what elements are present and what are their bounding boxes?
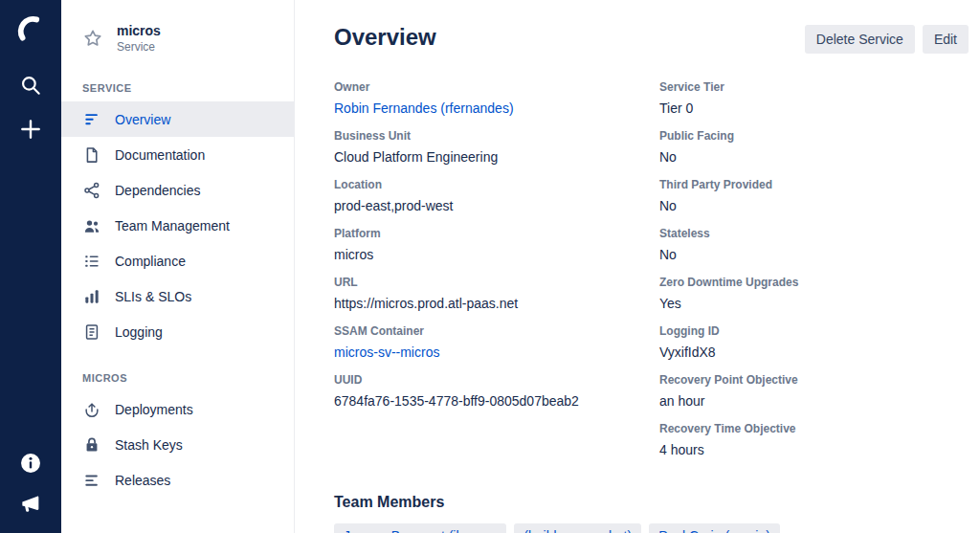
page-actions: Delete Service Edit [805,23,969,54]
owner-link[interactable]: Robin Fernandes (rfernandes) [334,100,659,117]
field-service-tier: Service Tier Tier 0 [659,80,969,117]
field-label: UUID [334,373,659,387]
field-zero-downtime-upgrades: Zero Downtime Upgrades Yes [659,276,969,312]
dependencies-icon [82,181,101,200]
field-location: Location prod-east,prod-west [334,178,659,214]
sidebar-item-dependencies[interactable]: Dependencies [61,172,294,208]
sidebar-item-documentation[interactable]: Documentation [61,137,294,172]
field-recovery-time-objective: Recovery Time Objective 4 hours [659,422,969,458]
field-label: URL [334,276,659,289]
sidebar-item-team-management[interactable]: Team Management [61,208,294,243]
fields-right-column: Service Tier Tier 0 Public Facing No Thi… [659,80,969,471]
checklist-icon [82,252,101,271]
field-stateless: Stateless No [659,227,969,263]
field-public-facing: Public Facing No [659,129,969,166]
field-uuid: UUID 6784fa76-1535-4778-bff9-0805d07beab… [334,373,659,410]
team-member-link[interactable]: Paul Craig (pcraig) [649,523,780,533]
sidebar-item-label: Team Management [115,218,230,233]
megaphone-icon[interactable] [18,491,43,516]
field-business-unit: Business Unit Cloud Platform Engineering [334,129,659,166]
deploy-icon [82,400,101,419]
search-icon[interactable] [18,73,43,98]
field-third-party-provided: Third Party Provided No [659,178,969,214]
star-icon[interactable] [82,28,103,49]
field-value: No [659,198,969,214]
fields-left-column: Owner Robin Fernandes (rfernandes) Busin… [334,80,659,471]
document-icon [82,145,101,165]
sidebar-item-label: Stash Keys [115,437,183,453]
field-value: prod-east,prod-west [334,198,659,214]
field-label: Public Facing [659,129,969,143]
bar-chart-icon [82,287,101,306]
releases-icon [82,471,101,490]
log-icon [82,322,101,342]
field-logging-id: Logging ID VyxifIdX8 [659,324,969,361]
field-label: Zero Downtime Upgrades [659,276,969,289]
section-header-service: SERVICE [61,82,294,94]
field-label: Recovery Point Objective [659,373,969,387]
team-member-link[interactable]: Jeremy Baumont (jbaumo [334,523,506,533]
service-fields: Owner Robin Fernandes (rfernandes) Busin… [334,80,969,471]
service-title-block: micros Service [117,23,161,54]
field-value: VyxifIdX8 [659,344,969,361]
sidebar-item-label: Dependencies [115,183,201,198]
field-recovery-point-objective: Recovery Point Objective an hour [659,373,969,410]
ssam-container-link[interactable]: micros-sv--micros [334,344,659,361]
sidebar-item-label: SLIs & SLOs [115,289,191,304]
info-icon[interactable] [18,451,43,476]
field-label: Stateless [659,227,969,240]
field-ssam-container: SSAM Container micros-sv--micros [334,324,659,361]
people-icon [82,216,101,235]
field-owner: Owner Robin Fernandes (rfernandes) [334,80,659,117]
brand-logo-icon[interactable] [13,11,48,46]
field-label: Logging ID [659,324,969,338]
team-members-list: Jeremy Baumont (jbaumo (buildeng-sox-bot… [334,523,969,533]
field-label: Recovery Time Objective [659,422,969,435]
sidebar-item-label: Documentation [115,147,205,163]
field-value: 6784fa76-1535-4778-bff9-0805d07beab2 [334,393,659,410]
team-member-link[interactable]: (buildeng-sox-bot) [514,523,641,533]
field-value: 4 hours [659,442,969,458]
field-platform: Platform micros [334,227,659,263]
field-label: Service Tier [659,80,969,94]
sidebar-item-releases[interactable]: Releases [61,462,294,498]
sidebar-item-slis-slos[interactable]: SLIs & SLOs [61,278,294,314]
delete-service-button[interactable]: Delete Service [805,25,915,54]
sidebar-item-label: Overview [115,112,170,127]
sidebar-item-deployments[interactable]: Deployments [61,391,294,427]
main-content: Overview Delete Service Edit Owner Robin… [295,0,980,533]
edit-button[interactable]: Edit [923,25,969,54]
field-value: Cloud Platform Engineering [334,149,659,166]
field-label: Owner [334,80,659,94]
sidebar-item-label: Releases [115,473,170,488]
main-header: Overview Delete Service Edit [334,23,969,54]
field-label: Location [334,178,659,191]
sidebar-item-label: Compliance [115,254,186,269]
team-members-heading: Team Members [334,494,969,511]
sidebar-item-label: Deployments [115,402,193,417]
field-value: Tier 0 [659,100,969,117]
sidebar-item-compliance[interactable]: Compliance [61,243,294,278]
field-value: No [659,247,969,263]
sidebar-item-logging[interactable]: Logging [61,314,294,349]
lock-icon [82,435,101,455]
field-value: micros [334,247,659,263]
service-kind: Service [117,40,161,54]
overview-icon [82,110,101,129]
field-label: Business Unit [334,129,659,143]
field-label: Platform [334,227,659,240]
sidebar-item-label: Logging [115,324,163,340]
service-header: micros Service [61,23,294,54]
sidebar-item-stash-keys[interactable]: Stash Keys [61,427,294,462]
field-value: an hour [659,393,969,410]
field-value: Yes [659,296,969,312]
section-header-micros: MICROS [61,372,294,384]
field-url: URL https://micros.prod.atl-paas.net [334,276,659,312]
add-icon[interactable] [18,117,43,142]
sidebar-item-overview[interactable]: Overview [61,101,294,137]
nav-section-micros: MICROS Deployments Stash Keys Releases [61,372,294,498]
field-value: No [659,149,969,166]
field-value: https://micros.prod.atl-paas.net [334,296,659,312]
nav-section-service: SERVICE Overview Documentation Dependenc… [61,82,294,349]
page-title: Overview [334,23,436,52]
